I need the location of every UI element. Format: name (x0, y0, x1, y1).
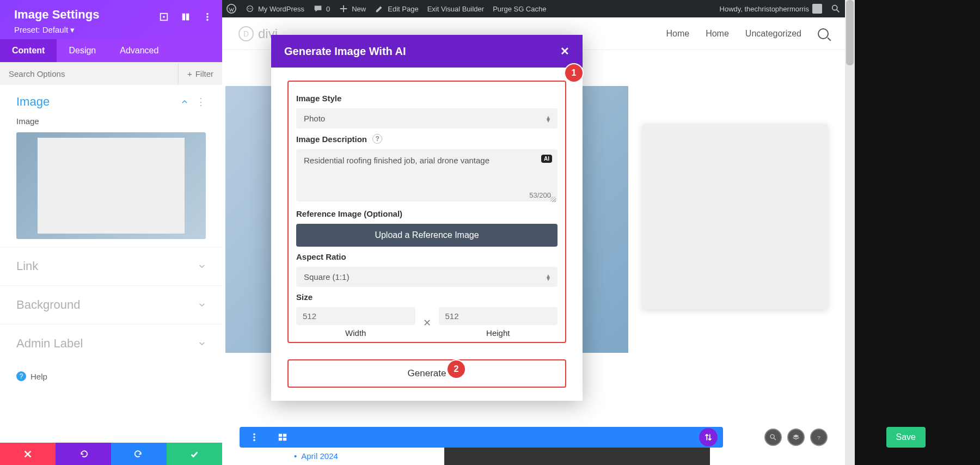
modal-title: Generate Image With AI (284, 45, 406, 58)
nav-home-1[interactable]: Home (666, 29, 689, 39)
height-sublabel: Height (486, 328, 510, 338)
char-count: 53/200 (529, 191, 551, 199)
panel-footer (0, 443, 222, 465)
times-icon: ✕ (423, 316, 431, 329)
upload-reference-button[interactable]: Upload a Reference Image (296, 224, 558, 247)
wp-admin-bar[interactable]: My WordPress 0 New Edit Page Exit Visual… (222, 0, 845, 17)
adminbar-howdy[interactable]: Howdy, thechristophermorris (720, 4, 822, 14)
adminbar-site[interactable]: My WordPress (245, 4, 304, 14)
callout-badge-1: 1 (565, 64, 583, 82)
svg-rect-15 (279, 434, 282, 437)
ai-badge-icon[interactable]: AI (541, 155, 552, 163)
svg-point-19 (770, 435, 774, 438)
layers-icon[interactable] (787, 429, 805, 446)
expand-icon[interactable] (159, 12, 169, 22)
svg-point-9 (206, 13, 209, 15)
adminbar-exit-visual-builder[interactable]: Exit Visual Builder (427, 5, 485, 13)
swap-icon[interactable] (699, 428, 718, 446)
generate-image-modal: Generate Image With AI ✕ Image Style Pho… (271, 35, 583, 401)
svg-point-12 (253, 433, 255, 436)
adminbar-purge-cache[interactable]: Purge SG Cache (493, 5, 546, 13)
search-input[interactable] (0, 63, 178, 85)
svg-rect-7 (182, 14, 185, 21)
svg-point-14 (253, 439, 255, 442)
svg-rect-8 (186, 14, 189, 21)
redo-button[interactable] (111, 443, 167, 465)
generate-button[interactable]: Generate (398, 364, 456, 383)
height-input[interactable] (439, 307, 558, 325)
apply-button[interactable] (167, 443, 222, 465)
tab-design[interactable]: Design (57, 39, 108, 62)
chevron-down-icon: ▾ (70, 25, 75, 34)
svg-point-2 (248, 8, 249, 9)
aspect-ratio-select[interactable]: Square (1:1) ▴▾ (296, 267, 558, 287)
callout-region-2: Generate (287, 359, 566, 388)
image-preview[interactable] (16, 132, 206, 239)
svg-point-3 (250, 8, 252, 9)
wp-logo-icon[interactable] (226, 4, 236, 14)
snap-icon[interactable] (181, 12, 191, 22)
svg-rect-18 (283, 438, 286, 440)
select-arrows-icon: ▴▾ (547, 274, 550, 280)
adminbar-comments[interactable]: 0 (313, 4, 330, 14)
builder-right-tools: ? (764, 427, 828, 448)
size-label: Size (296, 292, 558, 302)
logo-icon: D (238, 26, 254, 41)
width-input[interactable] (296, 307, 415, 325)
panel-tabs: Content Design Advanced (0, 39, 222, 62)
settings-panel: Image Settings Preset: Default ▾ Content… (0, 0, 222, 443)
builder-kebab-icon[interactable] (245, 428, 264, 446)
tab-advanced[interactable]: Advanced (108, 39, 170, 62)
group-background[interactable]: Background (0, 285, 222, 324)
group-admin-label[interactable]: Admin Label (0, 324, 222, 363)
adminbar-edit-page[interactable]: Edit Page (375, 4, 418, 14)
filter-button[interactable]: +Filter (178, 64, 222, 84)
width-sublabel: Width (345, 328, 366, 338)
aspect-ratio-label: Aspect Ratio (296, 252, 558, 261)
kebab-icon[interactable]: ⋮ (196, 96, 206, 108)
close-icon[interactable]: ✕ (560, 45, 569, 58)
nav-home-2[interactable]: Home (706, 29, 729, 39)
section-image-head[interactable]: Image ⋮ (0, 85, 222, 113)
undo-button[interactable] (56, 443, 111, 465)
group-link[interactable]: Link (0, 247, 222, 285)
archive-link[interactable]: April 2024 (294, 451, 338, 461)
image-style-label: Image Style (296, 94, 558, 103)
help-row[interactable]: ?Help (0, 363, 222, 390)
site-nav: Home Home Uncategorized (666, 28, 829, 39)
search-icon[interactable] (818, 28, 829, 39)
adminbar-new[interactable]: New (339, 4, 366, 14)
image-description-label: Image Description? (296, 134, 558, 144)
svg-point-6 (163, 16, 165, 18)
help-icon[interactable]: ? (372, 134, 382, 144)
builder-bar[interactable] (240, 427, 723, 448)
select-arrows-icon: ▴▾ (547, 115, 550, 122)
nav-uncategorized[interactable]: Uncategorized (745, 29, 801, 39)
resize-handle-icon[interactable] (550, 197, 556, 202)
svg-point-10 (206, 16, 209, 18)
save-button[interactable]: Save (886, 427, 926, 448)
help-icon: ? (16, 371, 26, 381)
image-description-input[interactable] (296, 149, 558, 201)
kebab-icon[interactable] (203, 12, 212, 22)
reference-image-label: Reference Image (Optional) (296, 209, 558, 218)
image-style-select[interactable]: Photo ▴▾ (296, 108, 558, 129)
modal-header: Generate Image With AI ✕ (271, 35, 583, 68)
plus-icon: + (187, 69, 192, 78)
svg-point-11 (206, 19, 209, 21)
callout-badge-2: 2 (448, 360, 465, 378)
wireframe-icon[interactable] (273, 428, 292, 446)
svg-point-4 (832, 5, 837, 10)
svg-point-13 (253, 436, 255, 438)
adminbar-search-icon[interactable] (831, 4, 841, 14)
chevron-down-icon (198, 340, 206, 347)
avatar-icon (812, 4, 822, 14)
svg-rect-16 (283, 434, 286, 437)
zoom-icon[interactable] (764, 429, 782, 446)
discard-button[interactable] (0, 443, 56, 465)
help-icon[interactable]: ? (810, 429, 828, 446)
image-module-preview[interactable] (642, 124, 828, 309)
svg-text:?: ? (817, 435, 820, 440)
panel-preset[interactable]: Preset: Default ▾ (14, 25, 208, 35)
tab-content[interactable]: Content (0, 39, 57, 62)
